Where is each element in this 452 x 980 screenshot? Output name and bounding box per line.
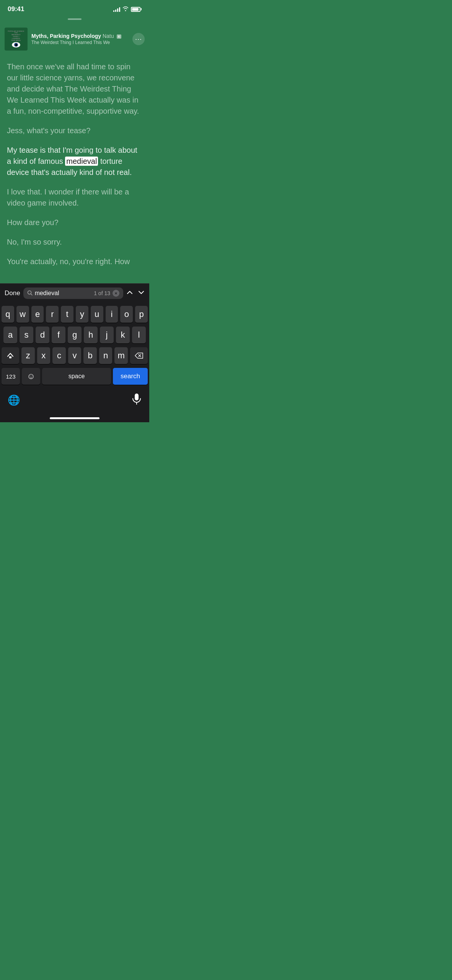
status-icons — [113, 6, 142, 12]
signal-icon — [113, 7, 120, 12]
more-options-button[interactable]: ··· — [132, 33, 145, 45]
bottom-bar: 🌐 — [0, 390, 149, 415]
svg-line-1 — [31, 294, 32, 295]
key-x[interactable]: x — [37, 347, 51, 364]
transcript-paragraph-5: How dare you? — [7, 217, 142, 228]
search-clear-button[interactable]: × — [113, 290, 119, 297]
key-s[interactable]: s — [20, 327, 33, 343]
search-input[interactable]: medieval — [35, 290, 92, 297]
explicit-badge: E — [117, 34, 121, 39]
done-button[interactable]: Done — [5, 289, 20, 297]
key-a[interactable]: a — [3, 327, 17, 343]
battery-icon — [131, 7, 142, 12]
search-field-container[interactable]: medieval 1 of 13 × — [23, 287, 123, 299]
keyboard-row-1: q w e r t y u i o p — [2, 306, 148, 323]
key-e[interactable]: e — [31, 306, 44, 323]
album-eye — [12, 42, 20, 47]
search-nav-buttons — [126, 289, 145, 298]
key-n[interactable]: n — [99, 347, 113, 364]
emoji-key[interactable]: ☺ — [22, 368, 40, 385]
highlighted-word: medieval — [65, 157, 98, 166]
transcript-paragraph-1: Then once we've all had time to spin our… — [7, 61, 142, 117]
search-key[interactable]: search — [113, 368, 148, 385]
drag-handle — [0, 15, 149, 24]
numbers-key[interactable]: 123 — [2, 368, 20, 385]
keyboard-row-3: z x c v b n m — [2, 347, 148, 364]
key-h[interactable]: h — [84, 327, 98, 343]
key-r[interactable]: r — [46, 306, 59, 323]
player-title: Myths, Parking Psychology Natu E — [31, 33, 129, 39]
key-d[interactable]: d — [36, 327, 49, 343]
album-art-text: POPULAR SCIENCETHEWEIRDESTTHING ILEARNED… — [8, 31, 24, 42]
key-f[interactable]: f — [52, 327, 65, 343]
keyboard-row-4: 123 ☺ space search — [2, 368, 148, 385]
album-art[interactable]: POPULAR SCIENCETHEWEIRDESTTHING ILEARNED… — [5, 28, 28, 51]
player-bar: POPULAR SCIENCETHEWEIRDESTTHING ILEARNED… — [0, 24, 149, 54]
transcript-paragraph-6: No, I'm so sorry. — [7, 237, 142, 248]
key-k[interactable]: k — [116, 327, 130, 343]
key-q[interactable]: q — [2, 306, 14, 323]
keyboard: q w e r t y u i o p a s d f g h j k l z … — [0, 303, 149, 390]
key-z[interactable]: z — [21, 347, 35, 364]
key-u[interactable]: u — [91, 306, 103, 323]
delete-key[interactable] — [130, 347, 148, 364]
transcript-paragraph-3: My tease is that I'm going to talk about… — [7, 145, 142, 178]
svg-rect-2 — [9, 356, 11, 358]
shift-key[interactable] — [2, 347, 19, 364]
search-bar: Done medieval 1 of 13 × — [0, 283, 149, 303]
key-y[interactable]: y — [76, 306, 88, 323]
keyboard-row-2: a s d f g h j k l — [2, 327, 148, 343]
key-b[interactable]: b — [83, 347, 97, 364]
home-indicator — [50, 417, 100, 419]
globe-icon[interactable]: 🌐 — [8, 394, 20, 406]
search-result-count: 1 of 13 — [94, 290, 110, 296]
player-info: Myths, Parking Psychology Natu E The Wei… — [31, 33, 129, 45]
home-indicator-wrap — [0, 415, 149, 422]
search-magnifier-icon — [27, 290, 33, 297]
key-l[interactable]: l — [132, 327, 146, 343]
transcript-paragraph-2: Jess, what's your tease? — [7, 125, 142, 136]
status-time: 09:41 — [8, 5, 24, 13]
space-key[interactable]: space — [42, 368, 111, 385]
player-subtitle: The Weirdest Thing I Learned This We — [31, 40, 129, 45]
key-w[interactable]: w — [16, 306, 29, 323]
search-next-button[interactable] — [138, 289, 145, 298]
key-v[interactable]: v — [68, 347, 82, 364]
transcript-paragraph-7: You're actually, no, you're right. How — [7, 256, 142, 267]
microphone-icon[interactable] — [132, 393, 142, 407]
svg-rect-5 — [135, 394, 139, 400]
key-i[interactable]: i — [106, 306, 118, 323]
key-m[interactable]: m — [114, 347, 128, 364]
key-j[interactable]: j — [100, 327, 114, 343]
wifi-icon — [122, 6, 129, 12]
key-c[interactable]: c — [52, 347, 66, 364]
key-g[interactable]: g — [68, 327, 82, 343]
search-prev-button[interactable] — [126, 289, 133, 298]
key-p[interactable]: p — [135, 306, 148, 323]
key-t[interactable]: t — [61, 306, 73, 323]
key-o[interactable]: o — [120, 306, 133, 323]
transcript-area: Then once we've all had time to spin our… — [0, 54, 149, 283]
transcript-paragraph-4: I love that. I wonder if there will be a… — [7, 186, 142, 209]
status-bar: 09:41 — [0, 0, 149, 15]
